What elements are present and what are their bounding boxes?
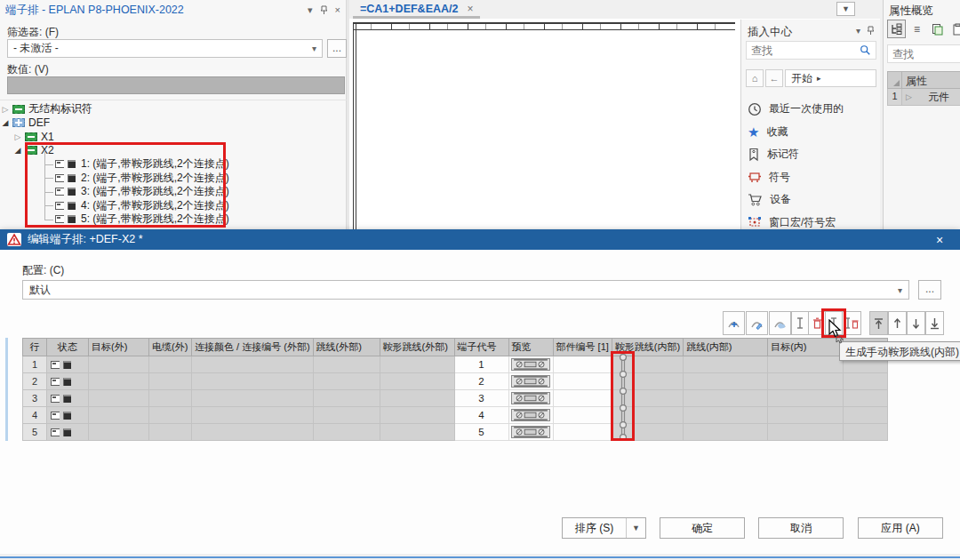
value-field[interactable] (7, 76, 345, 94)
insert-item-markers[interactable]: 标记符 (748, 143, 878, 166)
property-row-component[interactable]: 1 ▷ 元件 (887, 89, 960, 106)
table-row[interactable]: 4 4 (23, 407, 888, 424)
column-header-property[interactable]: 属性 (902, 71, 960, 89)
col-terminal-code[interactable]: 端子代号 (454, 339, 508, 356)
expander-expanded-icon[interactable]: ◢ (0, 118, 11, 127)
part-number-cell[interactable] (553, 407, 612, 424)
saddle-jumper-add-button[interactable] (723, 311, 745, 335)
insert-item-recent[interactable]: 最近一次使用的 (748, 98, 878, 121)
part-number-cell[interactable] (553, 373, 612, 390)
delete-jumper-button[interactable] (808, 311, 826, 335)
terminal-code-cell[interactable]: 5 (454, 424, 508, 441)
terminal-code-cell[interactable]: 2 (454, 373, 508, 390)
breadcrumb[interactable]: 开始 ▸ (785, 69, 876, 87)
search-input[interactable] (747, 44, 860, 57)
device-cube-icon (63, 395, 71, 403)
terminal-function-icon (55, 202, 64, 210)
terminal-code-cell[interactable]: 1 (454, 356, 508, 373)
tooltip: 生成手动鞍形跳线(内部) (839, 341, 960, 361)
device-cube-icon (68, 174, 76, 182)
move-down-button[interactable] (907, 311, 925, 335)
expander-collapsed-icon[interactable]: ▷ (12, 132, 23, 141)
config-browse-button[interactable]: ... (918, 280, 941, 300)
tree-item-unstructured[interactable]: ▷ 无结构标识符 (0, 102, 347, 116)
panel-title: 端子排 - EPLAN P8-PHOENIX-2022 (5, 3, 184, 18)
warning-icon (7, 233, 21, 246)
tree-item-terminal-3[interactable]: 3: (端子,带鞍形跳线,2个连接点) (0, 185, 347, 199)
col-connection-color[interactable]: 连接颜色 / 连接编号 (外部) (192, 339, 314, 356)
generate-jumper-button[interactable] (791, 311, 809, 335)
col-jumper-int[interactable]: 跳线(内部) (684, 339, 768, 356)
config-combobox[interactable]: 默认 ▾ (22, 280, 909, 300)
table-row[interactable]: 5 5 (23, 424, 888, 441)
col-saddle-jumper-ext[interactable]: 鞍形跳线(外部) (380, 339, 454, 356)
panel-dropdown-icon[interactable]: ▾ (308, 4, 313, 16)
saddle-jumper-delete-button[interactable] (769, 311, 791, 335)
insert-item-symbols[interactable]: 符号 (748, 166, 878, 189)
tree-guide (41, 212, 55, 227)
tree-item-terminal-5[interactable]: 5: (端子,带鞍形跳线,2个连接点) (0, 212, 347, 227)
saddle-jumper-edit-button[interactable] (746, 311, 768, 335)
insert-center-search[interactable] (746, 41, 876, 60)
ok-button[interactable]: 确定 (660, 517, 745, 539)
col-part-number[interactable]: 部件编号 [1] (553, 339, 612, 356)
expander-collapsed-icon[interactable]: ▷ (906, 92, 912, 101)
properties-search[interactable] (887, 44, 960, 63)
move-up-button[interactable] (888, 311, 907, 335)
sort-button[interactable]: 排序 (S) ▼ (562, 517, 646, 539)
col-target-ext[interactable]: 目标(外) (89, 339, 149, 356)
terminal-function-icon (55, 215, 64, 223)
device-cube-icon (63, 412, 71, 420)
cancel-button[interactable]: 取消 (758, 517, 844, 539)
col-cable-ext[interactable]: 电缆(外) (149, 339, 192, 356)
filter-combobox[interactable]: - 未激活 - ▾ (7, 39, 323, 58)
table-corner-cell[interactable] (887, 71, 902, 89)
pin-icon[interactable] (867, 26, 875, 36)
move-to-top-button[interactable] (869, 311, 888, 335)
home-icon[interactable]: ⌂ (746, 69, 764, 87)
part-number-cell[interactable] (553, 390, 612, 407)
tab-schematic-page[interactable]: =CA1+DEF&EAA/2 × (353, 1, 480, 19)
pin-icon[interactable] (320, 5, 328, 15)
tab-close-icon[interactable]: × (467, 3, 473, 15)
tab-list-dropdown-icon[interactable]: ▼ (836, 2, 855, 16)
apply-button[interactable]: 应用 (A) (858, 517, 943, 539)
table-row[interactable]: 1 1 (23, 356, 888, 373)
copy-icon[interactable] (928, 20, 947, 38)
terminal-function-icon (51, 378, 60, 386)
col-row[interactable]: 行 (23, 339, 47, 356)
panel-dropdown-icon[interactable]: ▾ (856, 26, 860, 36)
table-row[interactable]: 2 2 (23, 373, 888, 390)
col-status[interactable]: 状态 (47, 339, 89, 356)
expander-expanded-icon[interactable]: ◢ (12, 146, 23, 155)
tree-item-def[interactable]: ◢ DEF (0, 116, 347, 131)
search-input[interactable] (888, 48, 960, 60)
back-icon[interactable]: ← (765, 69, 783, 87)
filter-browse-button[interactable]: ... (327, 39, 347, 58)
paste-icon[interactable] (948, 20, 960, 38)
col-preview[interactable]: 预览 (508, 339, 553, 356)
chevron-down-icon: ▾ (312, 44, 316, 53)
part-number-cell[interactable] (553, 424, 612, 441)
insert-item-devices[interactable]: 设备 (748, 188, 878, 212)
chevron-down-icon[interactable]: ▼ (626, 518, 645, 538)
tree-item-terminal-4[interactable]: 4: (端子,带鞍形跳线,2个连接点) (0, 199, 347, 213)
expander-collapsed-icon[interactable]: ▷ (0, 105, 11, 114)
terminal-code-cell[interactable]: 4 (454, 407, 508, 424)
tree-view-icon[interactable] (887, 20, 906, 38)
move-to-bottom-button[interactable] (925, 311, 944, 335)
tree-item-x1[interactable]: ▷ X1 (0, 130, 347, 144)
table-row[interactable]: 3 3 (23, 390, 888, 407)
dialog-close-icon[interactable]: × (926, 233, 953, 247)
panel-close-icon[interactable]: × (335, 4, 340, 15)
part-number-cell[interactable] (553, 356, 612, 373)
tree-item-terminal-2[interactable]: 2: (端子,带鞍形跳线,2个连接点) (0, 172, 347, 186)
insert-item-favorites[interactable]: ★ 收藏 (748, 121, 878, 144)
tree-item-x2[interactable]: ◢ X2 (0, 144, 347, 158)
tree-item-terminal-1[interactable]: 1: (端子,带鞍形跳线,2个连接点) (0, 157, 347, 172)
terminal-code-cell[interactable]: 3 (454, 390, 508, 407)
list-view-icon[interactable]: ≡ (908, 20, 926, 38)
config-label: 配置: (C) (22, 263, 64, 278)
col-jumper-ext[interactable]: 跳线(外部) (313, 339, 380, 356)
taskbar-edge[interactable] (0, 554, 960, 560)
